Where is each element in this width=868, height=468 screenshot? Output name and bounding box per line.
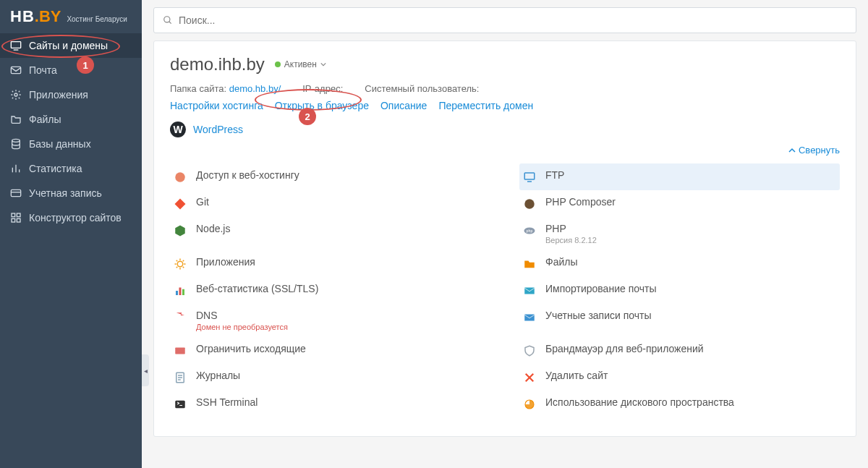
sidebar-item-label: Сайты и домены: [29, 40, 108, 51]
svg-rect-28: [175, 347, 185, 354]
collapse-tools: Свернуть: [170, 145, 840, 156]
tool-label: Журналы: [196, 370, 240, 381]
brand-hb: HB.BY: [10, 7, 61, 26]
wordpress-row: W WordPress: [170, 122, 840, 137]
sidebar-item-7[interactable]: Конструктор сайтов: [0, 205, 142, 230]
svg-rect-13: [17, 218, 20, 222]
php-icon: php: [522, 224, 537, 238]
brand-logo[interactable]: HB.BY Хостинг Беларуси: [0, 0, 142, 33]
description-link[interactable]: Описание: [380, 100, 427, 111]
sidebar-item-label: Конструктор сайтов: [29, 212, 122, 224]
ftp-icon: [522, 170, 537, 184]
tool-apps[interactable]: Приложения: [170, 250, 490, 277]
tool-sub: Домен не преобразуется: [196, 323, 288, 331]
gear-icon: [10, 89, 22, 101]
tool-label: DNS: [196, 310, 288, 321]
tool-accounts[interactable]: Учетные записи почты: [519, 304, 840, 337]
tool-node[interactable]: Node.js: [170, 217, 490, 250]
collapse-tools-link[interactable]: Свернуть: [788, 145, 840, 156]
svg-rect-35: [175, 400, 185, 408]
tool-label: PHP Composer: [545, 196, 616, 208]
sidebar-item-label: Почта: [29, 64, 57, 76]
tool-label: Удалить сайт: [545, 370, 608, 381]
sidebar-item-label: Базы данных: [29, 138, 91, 150]
svg-line-15: [169, 22, 171, 24]
svg-rect-8: [11, 190, 20, 196]
tool-import[interactable]: Импортирование почты: [519, 277, 840, 304]
chevron-down-icon: [320, 61, 326, 67]
chevron-up-icon: [788, 147, 796, 154]
domain-meta: Папка сайта: demo.hb.by/ IP-адрес: Систе…: [170, 83, 840, 94]
stats-icon: [173, 284, 187, 298]
tool-php[interactable]: phpPHPВерсия 8.2.12: [519, 217, 840, 250]
svg-point-4: [12, 139, 20, 142]
tool-label: Приложения: [196, 256, 255, 268]
tool-logs[interactable]: Журналы: [170, 364, 490, 391]
import-icon: [522, 284, 537, 298]
tool-label: Веб-статистика (SSL/TLS): [196, 283, 318, 294]
search-bar[interactable]: [153, 7, 856, 33]
tool-label: Учетные записи почты: [545, 310, 652, 321]
sidebar-item-2[interactable]: Приложения: [0, 82, 142, 107]
sidebar-item-0[interactable]: Сайты и домены: [0, 33, 142, 58]
sidebar-item-3[interactable]: Файлы: [0, 107, 142, 132]
tool-label: PHP: [545, 223, 597, 234]
svg-rect-23: [176, 291, 178, 295]
svg-rect-17: [524, 173, 535, 179]
tool-ftp[interactable]: FTP: [519, 163, 840, 190]
tool-stats[interactable]: Веб-статистика (SSL/TLS): [170, 277, 490, 304]
sidebar-item-label: Статистика: [29, 163, 82, 174]
tool-dns[interactable]: DNSДомен не преобразуется: [170, 304, 490, 337]
composer-icon: [522, 197, 537, 211]
tool-ssh[interactable]: SSH Terminal: [170, 391, 490, 417]
svg-rect-27: [524, 314, 535, 320]
wordpress-link[interactable]: WordPress: [193, 124, 243, 135]
tool-files[interactable]: Файлы: [519, 250, 840, 277]
svg-rect-10: [12, 213, 15, 217]
sidebar-nav: Сайты и доменыПочтаПриложенияФайлыБазы д…: [0, 33, 142, 230]
svg-rect-11: [17, 213, 20, 217]
tool-delete[interactable]: Удалить сайт: [519, 364, 840, 391]
monitor-icon: [10, 40, 22, 51]
restrict-icon: [173, 344, 187, 358]
hosting-icon: [173, 170, 187, 184]
tool-hosting[interactable]: Доступ к веб-хостингу: [170, 163, 490, 190]
svg-point-16: [175, 172, 185, 182]
sidebar-item-5[interactable]: Статистика: [0, 156, 142, 181]
domain-status[interactable]: Активен: [275, 59, 326, 69]
svg-rect-2: [11, 67, 20, 73]
chart-icon: [10, 163, 22, 174]
sidebar-item-4[interactable]: Базы данных: [0, 132, 142, 156]
git-icon: [173, 197, 187, 211]
tool-label: Файлы: [545, 256, 577, 268]
sidebar-collapse-handle[interactable]: ◂: [142, 354, 149, 386]
svg-point-3: [14, 93, 17, 96]
tool-git[interactable]: Git: [170, 190, 490, 217]
search-icon: [163, 15, 173, 25]
tool-restrict[interactable]: Ограничить исходящие: [170, 337, 490, 364]
database-icon: [10, 138, 22, 150]
search-input[interactable]: [179, 14, 847, 26]
sidebar-item-label: Файлы: [29, 114, 61, 125]
tool-waf[interactable]: Брандмауэр для веб-приложений: [519, 337, 840, 364]
site-folder-link[interactable]: demo.hb.by/: [229, 83, 281, 94]
svg-rect-25: [182, 289, 184, 294]
delete-icon: [522, 370, 537, 385]
svg-point-22: [177, 261, 183, 267]
tool-composer[interactable]: PHP Composer: [519, 190, 840, 217]
tool-label: Ограничить исходящие: [196, 343, 306, 354]
folder-icon: [10, 114, 22, 125]
sidebar-item-label: Приложения: [29, 89, 88, 101]
sidebar-item-6[interactable]: Учетная запись: [0, 181, 142, 205]
open-in-browser-link[interactable]: Открыть в браузере: [275, 100, 369, 111]
hosting-settings-link[interactable]: Настройки хостинга: [170, 100, 263, 111]
tool-label: Доступ к веб-хостингу: [196, 169, 299, 181]
brand-sub: Хостинг Беларуси: [67, 15, 127, 23]
tool-disk[interactable]: Использование дискового пространства: [519, 391, 840, 417]
move-domain-link[interactable]: Переместить домен: [438, 100, 533, 111]
ssh-icon: [173, 397, 187, 412]
files-icon: [522, 257, 537, 271]
wordpress-icon: W: [170, 122, 186, 137]
sidebar-item-1[interactable]: Почта: [0, 58, 142, 82]
tool-label: Git: [196, 196, 209, 208]
